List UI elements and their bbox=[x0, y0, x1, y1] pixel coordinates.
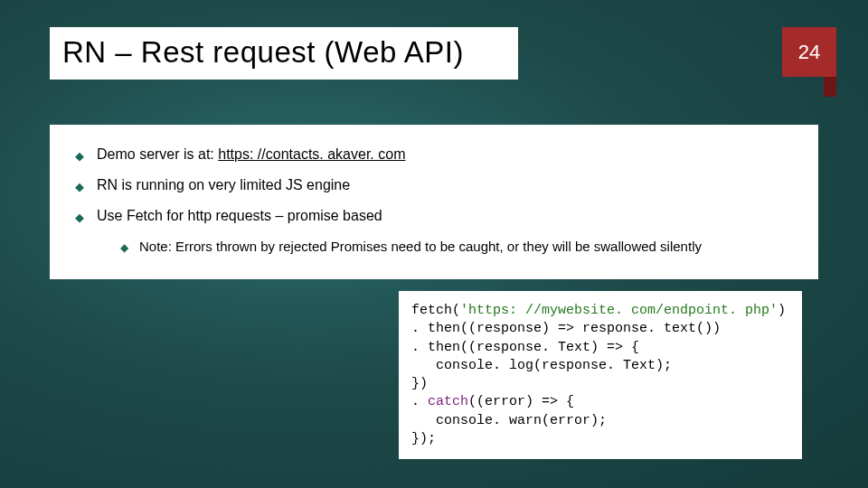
code-line: . then((response) => response. text()) bbox=[411, 321, 721, 336]
bullet-arrow-icon: ◆ bbox=[75, 211, 84, 224]
bullet-text: RN is running on very limited JS engine bbox=[97, 177, 800, 193]
code-line: . catch((error) => { bbox=[411, 394, 574, 409]
code-block: fetch('https: //mywebsite. com/endpoint.… bbox=[399, 291, 802, 459]
bullet-arrow-icon: ◆ bbox=[75, 180, 84, 193]
slide: RN – Rest request (Web API) 24 ◆ Demo se… bbox=[0, 0, 868, 488]
bullet-item: ◆ RN is running on very limited JS engin… bbox=[75, 177, 800, 193]
bullet-text: Use Fetch for http requests – promise ba… bbox=[97, 208, 800, 224]
slide-title: RN – Rest request (Web API) bbox=[50, 27, 518, 80]
bullet-item: ◆ Use Fetch for http requests – promise … bbox=[75, 208, 800, 224]
page-number: 24 bbox=[782, 27, 836, 77]
code-line: }); bbox=[411, 431, 436, 446]
keyword-catch: catch bbox=[428, 394, 468, 409]
bullet-item: ◆ Demo server is at: https: //contacts. … bbox=[75, 146, 800, 163]
bullet-text: Note: Errors thrown by rejected Promises… bbox=[139, 239, 800, 254]
bullet-prefix: Demo server is at: bbox=[97, 146, 218, 162]
bullet-arrow-icon: ◆ bbox=[120, 241, 128, 254]
code-line: console. warn(error); bbox=[411, 413, 607, 428]
sub-bullet-group: ◆ Note: Errors thrown by rejected Promis… bbox=[120, 239, 800, 254]
slide-header: RN – Rest request (Web API) 24 bbox=[50, 27, 818, 80]
bullet-arrow-icon: ◆ bbox=[75, 149, 84, 163]
bullet-text: Demo server is at: https: //contacts. ak… bbox=[97, 146, 800, 163]
slide-body: ◆ Demo server is at: https: //contacts. … bbox=[50, 125, 818, 279]
code-line: console. log(response. Text); bbox=[411, 358, 672, 373]
string-literal: 'https: //mywebsite. com/endpoint. php' bbox=[460, 303, 778, 318]
demo-server-link[interactable]: https: //contacts. akaver. com bbox=[218, 146, 405, 162]
sub-bullet-item: ◆ Note: Errors thrown by rejected Promis… bbox=[120, 239, 800, 254]
code-line: . then((response. Text) => { bbox=[411, 340, 639, 355]
accent-stripe bbox=[824, 77, 836, 97]
code-line: }) bbox=[411, 376, 428, 391]
code-line: fetch('https: //mywebsite. com/endpoint.… bbox=[411, 303, 786, 318]
